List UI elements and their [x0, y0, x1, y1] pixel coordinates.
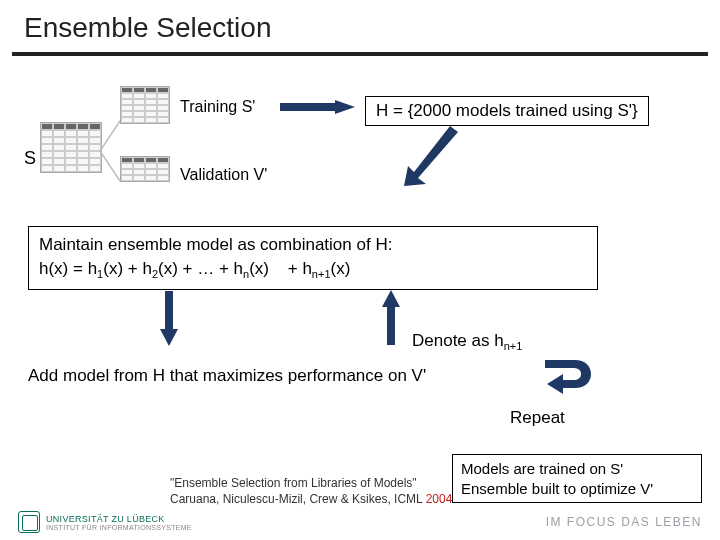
citation-line1: "Ensemble Selection from Libraries of Mo…	[170, 476, 452, 492]
citation: "Ensemble Selection from Libraries of Mo…	[170, 476, 452, 507]
models-line1: Models are trained on S'	[461, 459, 693, 479]
table-training-graphic	[120, 86, 170, 124]
ensemble-extra-tail: (x)	[331, 259, 351, 278]
svg-line-1	[100, 151, 120, 181]
ensemble-line2: h(x) = h1(x) + h2(x) + … + hn(x) + hn+1(…	[39, 257, 587, 283]
ensemble-tail: (x)	[249, 259, 269, 278]
footer-left-bottom: INSTITUT FÜR INFORMATIONSSYSTEME	[46, 524, 192, 531]
denote-sub: n+1	[504, 340, 523, 352]
citation-line2: Caruana, Niculescu-Mizil, Crew & Ksikes,…	[170, 492, 452, 508]
footer-left: UNIVERSITÄT ZU LÜBECK INSTITUT FÜR INFOR…	[18, 511, 192, 533]
slide-title: Ensemble Selection	[0, 0, 720, 52]
ensemble-mid1: (x) + h	[103, 259, 152, 278]
split-lines-graphic	[100, 116, 120, 186]
label-training: Training S'	[180, 98, 255, 116]
box-h: H = {2000 models trained using S'}	[365, 96, 649, 126]
models-line2: Ensemble built to optimize V'	[461, 479, 693, 499]
arrow-down-icon	[160, 291, 178, 346]
ensemble-line1: Maintain ensemble model as combination o…	[39, 233, 587, 257]
footer: UNIVERSITÄT ZU LÜBECK INSTITUT FÜR INFOR…	[0, 510, 720, 540]
box-models: Models are trained on S' Ensemble built …	[452, 454, 702, 503]
label-s: S	[24, 148, 36, 169]
ensemble-pre: h(x) = h	[39, 259, 97, 278]
denote-text: Denote as hn+1	[412, 331, 522, 352]
footer-right: IM FOCUS DAS LEBEN	[546, 515, 702, 529]
box-ensemble: Maintain ensemble model as combination o…	[28, 226, 598, 290]
citation-pre: Caruana, Niculescu-Mizil, Crew & Ksikes,…	[170, 492, 426, 506]
denote-pre: Denote as h	[412, 331, 504, 350]
university-logo-icon	[18, 511, 40, 533]
svg-line-0	[100, 121, 120, 151]
citation-year: 2004	[426, 492, 453, 506]
ensemble-dots: (x) + … + h	[158, 259, 243, 278]
footer-left-top: UNIVERSITÄT ZU LÜBECK	[46, 514, 192, 524]
slide-content: S Training S' Validation V' H = {2000 mo…	[0, 56, 720, 486]
repeat-text: Repeat	[510, 408, 565, 428]
ensemble-extra-pre: + h	[288, 259, 312, 278]
add-model-text: Add model from H that maximizes performa…	[28, 366, 426, 386]
loop-arrow-icon	[545, 354, 595, 394]
table-s-graphic	[40, 122, 102, 173]
footer-left-text: UNIVERSITÄT ZU LÜBECK INSTITUT FÜR INFOR…	[46, 514, 192, 531]
label-validation: Validation V'	[180, 166, 267, 184]
arrow-right-icon	[280, 100, 355, 114]
arrow-diag-down-icon	[400, 126, 460, 186]
table-validation-graphic	[120, 156, 170, 182]
ensemble-extra-sub: n+1	[312, 268, 331, 280]
arrow-up-icon	[382, 290, 400, 345]
ensemble-extra: + hn+1(x)	[288, 257, 351, 283]
